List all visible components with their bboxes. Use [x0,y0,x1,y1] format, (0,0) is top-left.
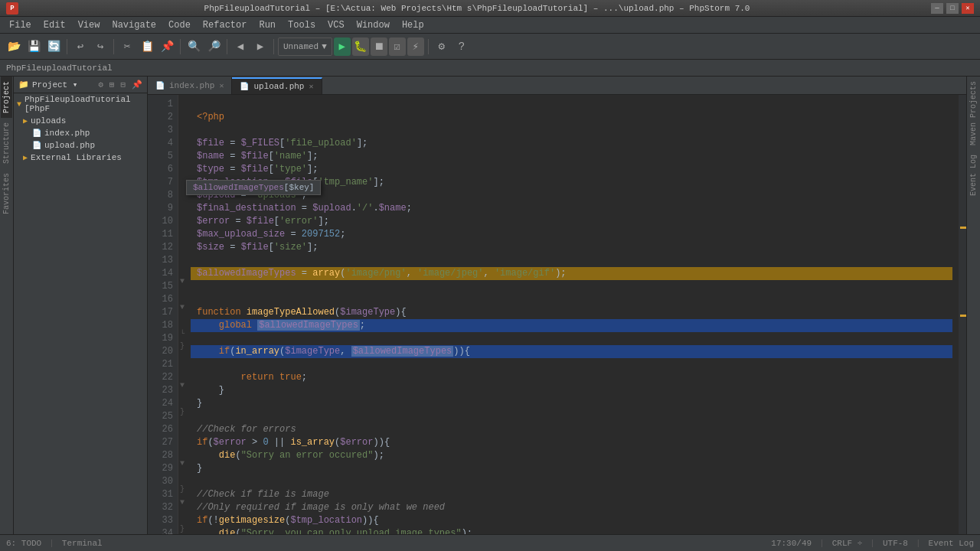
line-22: //Check for errors [197,424,296,435]
coverage-button[interactable]: ☑ [389,37,406,56]
run-config-label: Unnamed [283,42,318,51]
tab-index-php-close[interactable]: ✕ [219,81,224,90]
maven-projects-tab[interactable]: Maven Projects [968,77,979,150]
code-editor[interactable]: $allowedImageTypes[$key] 1 2 3 4 5 6 7 8… [148,95,966,534]
profile-button[interactable]: ⚡ [407,37,424,56]
code-content[interactable]: <?php $file = $_FILES['file_upload']; $n… [191,95,959,534]
tree-root[interactable]: ▼ PhpFileuploadTutorial [PhpF [14,93,147,115]
menu-help[interactable]: Help [396,18,430,32]
status-separator-4: | [916,539,921,548]
save-button[interactable]: 💾 [24,37,43,56]
find-button[interactable]: 🔍 [185,37,203,56]
status-terminal[interactable]: Terminal [62,539,103,548]
menu-navigate[interactable]: Navigate [106,18,162,32]
status-encoding: UTF-8 [883,539,908,548]
fold-gutter: ▼ ▼ ▼ ▼ ▼ └ } } } } [178,95,191,534]
redo-button[interactable]: ↪ [91,37,109,56]
fold-marker-29[interactable]: ▼ [180,459,185,468]
replace-button[interactable]: 🔎 [204,37,223,56]
tree-uploads-folder[interactable]: ▶ uploads [14,115,147,127]
toolbar-separator-5 [273,39,274,54]
tab-index-php[interactable]: 📄 index.php ✕ [148,77,232,94]
tab-upload-php-label: upload.php [253,82,304,91]
fold-marker-33[interactable]: ▼ [180,498,185,507]
index-php-label: index.php [44,129,90,138]
fold-marker-17[interactable]: ▼ [180,303,185,311]
settings-button[interactable]: ⚙ [433,37,451,56]
status-line-sep: CRLF ÷ [832,539,863,548]
menu-view[interactable]: View [72,18,106,32]
event-log-tab[interactable]: Event Log [968,150,979,201]
menu-window[interactable]: Window [351,18,396,32]
toolbar-separator-1 [67,39,67,54]
collapse-tree-icon[interactable]: ⊟ [120,80,126,90]
back-button[interactable]: ◀ [231,37,250,56]
right-edge-markers [959,95,966,534]
menu-run[interactable]: Run [253,18,282,32]
line-16: global $allowedImageTypes; [191,319,952,332]
structure-tab[interactable]: Structure [1,118,12,168]
settings-tree-icon[interactable]: ⚙ [98,80,103,90]
help-button[interactable]: ? [452,37,471,56]
line-8: $final_destination = $upload.'/'.$name; [197,203,412,214]
line-5: $type = $file['type']; [197,164,318,174]
menu-refactor[interactable]: Refactor [197,18,253,32]
tab-upload-php-close[interactable]: ✕ [309,82,313,91]
dropdown-arrow-icon: ▼ [322,42,327,51]
menu-vcs[interactable]: VCS [322,18,351,32]
run-config-dropdown[interactable]: Unnamed ▼ [278,37,332,56]
fold-marker-15[interactable]: ▼ [180,277,185,285]
line-12 [197,255,202,266]
menu-code[interactable]: Code [162,18,197,32]
line-17: if(in_array($imageType, $allowedImageTyp… [191,345,952,358]
menu-edit[interactable]: Edit [38,18,72,32]
favorites-tab[interactable]: Favorites [1,168,12,219]
close-button[interactable]: ✕ [962,3,974,14]
line-25: } [197,463,202,474]
status-bar: 6: TODO | Terminal 17:30/49 | CRLF ÷ | U… [0,534,980,551]
status-event-log[interactable]: Event Log [929,539,974,548]
app-icon: P [6,2,18,15]
title-text: PhpFileuploadTutorial – [E:\Actua: Web P… [23,4,931,13]
tree-index-php[interactable]: 📄 index.php [14,127,147,139]
tab-index-php-label: index.php [169,81,214,90]
cut-button[interactable]: ✂ [118,37,136,56]
tree-external-libs[interactable]: ▶ External Libraries [14,152,147,164]
left-vertical-tabs: Project Structure Favorites [0,77,14,534]
fold-marker-23[interactable]: ▼ [180,381,185,390]
debug-button[interactable]: 🐛 [352,37,369,56]
stop-button[interactable]: ⏹ [371,37,387,56]
autocomplete-popup[interactable]: $allowedImageTypes[$key] [186,180,321,195]
line-23: if($error > 0 || is_array($error)){ [197,437,390,448]
forward-button[interactable]: ▶ [251,37,270,56]
breadcrumb-bar: PhpFileuploadTutorial [0,60,980,77]
paste-button[interactable]: 📌 [158,37,176,56]
undo-button[interactable]: ↩ [71,37,90,56]
line-13: $allowedImageTypes = array('image/png', … [191,267,952,280]
title-bar: P PhpFileuploadTutorial – [E:\Actua: Web… [0,0,980,17]
bracket-marker-35: } [180,525,185,533]
run-button[interactable]: ▶ [334,37,351,56]
status-separator-2: | [819,539,825,548]
pin-icon[interactable]: 📌 [132,80,142,90]
minimize-button[interactable]: ─ [931,3,943,14]
menu-file[interactable]: File [3,18,38,32]
bracket-marker-31: } [180,485,185,494]
copy-button[interactable]: 📋 [138,37,156,56]
open-folder-button[interactable]: 📂 [5,37,23,56]
status-todo[interactable]: 6: TODO [6,539,41,548]
toolbar-separator-3 [180,39,181,54]
line-numbers: 1 2 3 4 5 6 7 8 9 10 11 12 13 14 [148,95,178,534]
maximize-button[interactable]: □ [946,3,959,14]
bracket-marker-25: } [180,408,185,416]
line-24: die("Sorry an error occured"); [197,450,384,461]
expand-tree-icon[interactable]: ⊞ [109,80,115,90]
tree-upload-php[interactable]: 📄 upload.php [14,139,147,152]
sync-button[interactable]: 🔄 [44,37,63,56]
project-tab[interactable]: Project [1,77,12,118]
tab-upload-php[interactable]: 📄 upload.php ✕ [232,77,322,94]
line-26 [197,476,202,487]
line-10: $max_upload_size = 2097152; [197,229,345,240]
menu-tools[interactable]: Tools [282,18,322,32]
content-area: Project Structure Favorites 📁 Project ▾ … [0,77,980,534]
